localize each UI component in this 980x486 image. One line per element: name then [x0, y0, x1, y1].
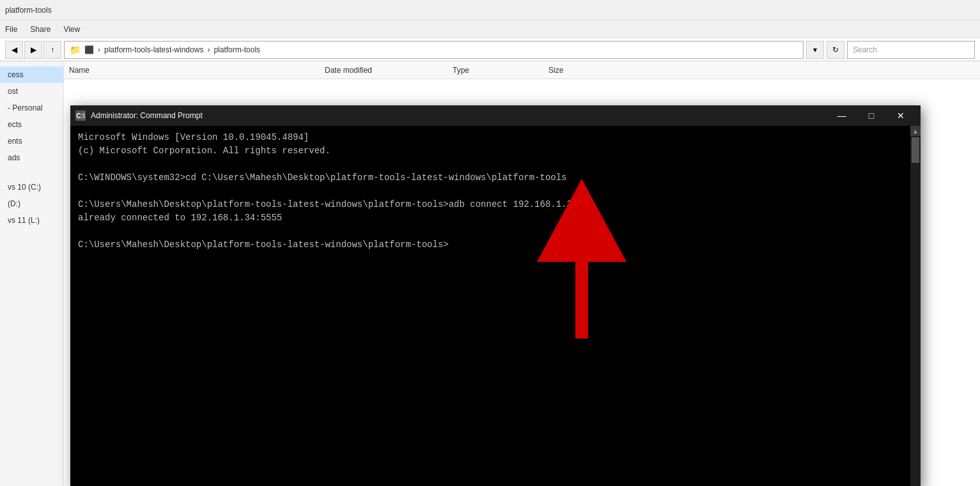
menu-bar: File Share View	[0, 20, 980, 38]
dropdown-button[interactable]: ▾	[806, 41, 824, 59]
sidebar-item-host[interactable]: ost	[0, 83, 63, 100]
back-button[interactable]: ◀	[5, 41, 23, 59]
sidebar-item-objects[interactable]: ects	[0, 116, 63, 133]
up-button[interactable]: ↑	[43, 41, 61, 59]
refresh-button[interactable]: ↻	[827, 41, 844, 59]
cmd-title-bar: C:\ Administrator: Command Prompt — □ ✕	[70, 105, 921, 126]
sidebar-item-access[interactable]: cess	[0, 66, 63, 83]
scrollbar-thumb[interactable]	[912, 137, 919, 163]
cmd-maximize-button[interactable]: □	[857, 105, 886, 126]
sidebar-item-downloads[interactable]: ads	[0, 149, 63, 166]
cmd-window: C:\ Administrator: Command Prompt — □ ✕ …	[70, 105, 921, 486]
path-sep-1: ›	[98, 45, 100, 54]
scrollbar-up[interactable]: ▲	[910, 126, 921, 136]
column-headers: Name Date modified Type Size	[64, 61, 980, 79]
cmd-scrollbar[interactable]: ▲	[910, 126, 921, 486]
sidebar-item-label: ents	[8, 137, 22, 146]
cmd-icon: C:\	[75, 110, 86, 121]
sidebar-item-c-drive[interactable]: vs 10 (C:)	[0, 179, 63, 195]
explorer-title: platform-tools	[5, 6, 52, 15]
sidebar-item-l-drive[interactable]: vs 11 (L:)	[0, 212, 63, 229]
menu-view[interactable]: View	[63, 25, 80, 34]
path-part-1[interactable]: platform-tools-latest-windows	[104, 45, 203, 54]
explorer-title-bar: platform-tools	[0, 0, 980, 20]
col-header-date[interactable]: Date modified	[325, 66, 453, 75]
menu-share[interactable]: Share	[30, 25, 51, 34]
cmd-close-button[interactable]: ✕	[886, 105, 915, 126]
sidebar-item-label: ost	[8, 87, 18, 96]
cmd-body[interactable]: Microsoft Windows [Version 10.0.19045.48…	[70, 126, 921, 486]
sidebar-item-personal[interactable]: - Personal	[0, 100, 63, 116]
path-sep-2: ›	[207, 45, 210, 54]
col-header-size[interactable]: Size	[548, 66, 625, 75]
sidebar-item-label: ads	[8, 153, 20, 162]
sidebar: cess ost - Personal ects ents ads vs 10 …	[0, 61, 64, 486]
sidebar-item-label: vs 10 (C:)	[8, 183, 41, 192]
folder-icon: 📁	[70, 45, 81, 55]
address-bar: ◀ ▶ ↑ 📁 ⬛ › platform-tools-latest-window…	[0, 38, 980, 61]
cmd-icon-text: C:\	[76, 112, 84, 119]
col-header-type[interactable]: Type	[453, 66, 548, 75]
sidebar-item-d-drive[interactable]: (D:)	[0, 195, 63, 212]
col-header-name[interactable]: Name	[69, 66, 325, 75]
menu-file[interactable]: File	[5, 25, 17, 34]
sidebar-item-label: ects	[8, 120, 22, 129]
address-path[interactable]: 📁 ⬛ › platform-tools-latest-windows › pl…	[64, 41, 804, 59]
sidebar-item-label: vs 11 (L:)	[8, 216, 40, 225]
nav-controls: ◀ ▶ ↑	[5, 41, 61, 59]
sidebar-item-label: (D:)	[8, 199, 20, 208]
cmd-title-left: C:\ Administrator: Command Prompt	[75, 110, 203, 121]
sidebar-item-label: - Personal	[8, 103, 43, 112]
cmd-window-controls: — □ ✕	[827, 105, 915, 126]
search-placeholder: Search	[853, 45, 877, 54]
cmd-title-text: Administrator: Command Prompt	[91, 111, 203, 120]
cmd-output: Microsoft Windows [Version 10.0.19045.48…	[78, 131, 913, 252]
search-box[interactable]: Search	[847, 41, 975, 59]
cmd-minimize-button[interactable]: —	[827, 105, 857, 126]
sidebar-item-documents[interactable]: ents	[0, 133, 63, 149]
path-part-2[interactable]: platform-tools	[214, 45, 260, 54]
sidebar-item-label: cess	[8, 70, 24, 79]
forward-button[interactable]: ▶	[24, 41, 42, 59]
nav-item-icon: ⬛	[84, 45, 94, 54]
